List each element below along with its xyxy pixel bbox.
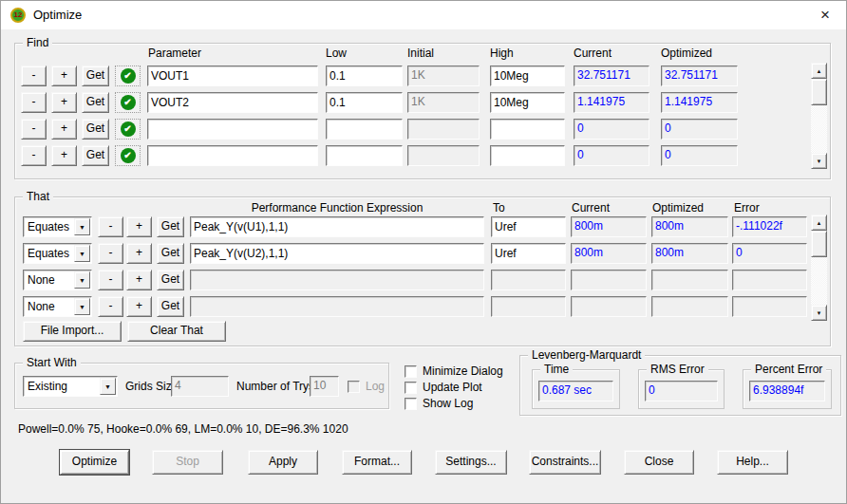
find-high-input[interactable] <box>490 119 565 140</box>
time-label: Time <box>540 363 573 377</box>
find-get-button[interactable]: Get <box>82 65 109 86</box>
that-error-value <box>732 270 807 290</box>
chevron-down-icon[interactable]: ▼ <box>74 298 90 315</box>
find-current-value: 0 <box>574 145 649 166</box>
find-enable-button[interactable]: ✔ <box>115 65 141 86</box>
find-minus-button[interactable]: - <box>21 119 47 140</box>
that-expression-input[interactable] <box>190 216 484 237</box>
chevron-down-icon[interactable]: ▼ <box>74 218 90 235</box>
find-enable-button[interactable]: ✔ <box>115 145 141 166</box>
that-row: None ▼ - + Get <box>15 296 830 317</box>
find-row: - + Get ✔ 0 0 <box>15 145 830 166</box>
that-to-input <box>491 270 566 290</box>
find-parameter-input[interactable] <box>147 92 318 113</box>
optimizer-status-text: Powell=0.0% 75, Hooke=0.0% 69, LM=0.0% 1… <box>18 422 348 436</box>
that-to-input[interactable] <box>491 243 566 264</box>
scroll-down-icon[interactable]: ▼ <box>811 153 827 169</box>
apply-button[interactable]: Apply <box>248 450 318 475</box>
find-plus-button[interactable]: + <box>51 92 77 113</box>
chevron-down-icon[interactable]: ▼ <box>74 271 90 289</box>
that-mode-select[interactable]: Equates ▼ <box>23 216 92 237</box>
chevron-down-icon[interactable]: ▼ <box>100 378 116 395</box>
that-plus-button[interactable]: + <box>126 216 152 237</box>
constraints-button[interactable]: Constraints... <box>529 450 601 475</box>
find-optimized-value: 1.141975 <box>661 92 738 113</box>
find-low-input[interactable] <box>326 65 403 86</box>
find-low-input[interactable] <box>326 119 403 140</box>
find-initial-value: 1K <box>407 92 480 113</box>
find-enable-button[interactable]: ✔ <box>115 119 141 140</box>
app-icon: 12 <box>10 8 26 23</box>
that-plus-button[interactable]: + <box>126 243 152 264</box>
show-log-row: Show Log <box>405 397 473 410</box>
show-log-checkbox[interactable] <box>405 398 417 410</box>
scroll-down-icon[interactable]: ▼ <box>811 305 827 321</box>
scrollbar-thumb[interactable] <box>811 79 827 105</box>
that-minus-button[interactable]: - <box>98 270 123 290</box>
that-get-button[interactable]: Get <box>157 216 184 237</box>
find-initial-value <box>407 145 480 166</box>
find-minus-button[interactable]: - <box>21 92 47 113</box>
find-enable-button[interactable]: ✔ <box>115 92 141 113</box>
that-mode-select[interactable]: None ▼ <box>23 270 92 290</box>
that-get-button[interactable]: Get <box>157 296 184 317</box>
find-plus-button[interactable]: + <box>51 119 77 140</box>
minimize-dialog-checkbox[interactable] <box>405 365 417 378</box>
format-button[interactable]: Format... <box>342 450 412 475</box>
find-parameter-input[interactable] <box>147 65 318 86</box>
that-expression-input[interactable] <box>190 243 484 264</box>
find-parameter-input[interactable] <box>147 145 318 166</box>
update-plot-row: Update Plot <box>405 381 482 394</box>
find-high-input[interactable] <box>490 65 565 86</box>
update-plot-checkbox[interactable] <box>405 382 417 394</box>
find-parameter-input[interactable] <box>147 119 318 140</box>
find-optimized-value: 32.751171 <box>661 65 738 86</box>
that-current-value: 800m <box>571 216 647 237</box>
find-current-value: 32.751171 <box>574 65 649 86</box>
find-scrollbar[interactable]: ▲ ▼ <box>811 63 827 169</box>
scrollbar-thumb[interactable] <box>811 231 827 257</box>
find-header-low: Low <box>326 47 347 60</box>
find-low-input[interactable] <box>326 92 403 113</box>
find-get-button[interactable]: Get <box>82 119 109 140</box>
find-get-button[interactable]: Get <box>82 145 109 166</box>
find-low-input[interactable] <box>326 145 403 166</box>
that-header-expression: Performance Function Expression <box>190 201 484 215</box>
that-legend: That <box>23 190 53 204</box>
combo-value: Equates <box>28 246 69 262</box>
that-scrollbar[interactable]: ▲ ▼ <box>811 215 827 321</box>
that-plus-button[interactable]: + <box>126 270 152 290</box>
check-icon: ✔ <box>121 95 136 110</box>
find-header-current: Current <box>574 47 612 60</box>
find-minus-button[interactable]: - <box>21 145 47 166</box>
that-minus-button[interactable]: - <box>98 296 123 317</box>
minimize-dialog-row: Minimize Dialog <box>405 364 503 378</box>
chevron-down-icon[interactable]: ▼ <box>74 245 90 262</box>
that-minus-button[interactable]: - <box>98 216 123 237</box>
that-plus-button[interactable]: + <box>126 296 152 317</box>
that-get-button[interactable]: Get <box>157 270 184 290</box>
find-minus-button[interactable]: - <box>21 65 47 86</box>
that-minus-button[interactable]: - <box>98 243 123 264</box>
find-get-button[interactable]: Get <box>82 92 109 113</box>
help-button[interactable]: Help... <box>717 450 788 475</box>
that-mode-select[interactable]: None ▼ <box>23 296 92 317</box>
file-import-button[interactable]: File Import... <box>23 321 122 342</box>
that-mode-select[interactable]: Equates ▼ <box>23 243 92 264</box>
scroll-up-icon[interactable]: ▲ <box>811 63 827 79</box>
that-to-input[interactable] <box>491 216 566 237</box>
settings-button[interactable]: Settings... <box>435 450 507 475</box>
start-with-select[interactable]: Existing ▼ <box>23 376 118 397</box>
find-high-input[interactable] <box>490 92 565 113</box>
find-header-high: High <box>490 47 514 60</box>
find-plus-button[interactable]: + <box>51 65 77 86</box>
clear-that-button[interactable]: Clear That <box>127 321 226 342</box>
stop-button: Stop <box>152 450 223 475</box>
find-plus-button[interactable]: + <box>51 145 77 166</box>
optimize-button[interactable]: Optimize <box>60 450 129 475</box>
close-button[interactable]: Close <box>624 450 694 475</box>
find-high-input[interactable] <box>490 145 565 166</box>
close-icon[interactable]: × <box>812 5 838 26</box>
scroll-up-icon[interactable]: ▲ <box>811 215 827 231</box>
that-get-button[interactable]: Get <box>157 243 184 264</box>
